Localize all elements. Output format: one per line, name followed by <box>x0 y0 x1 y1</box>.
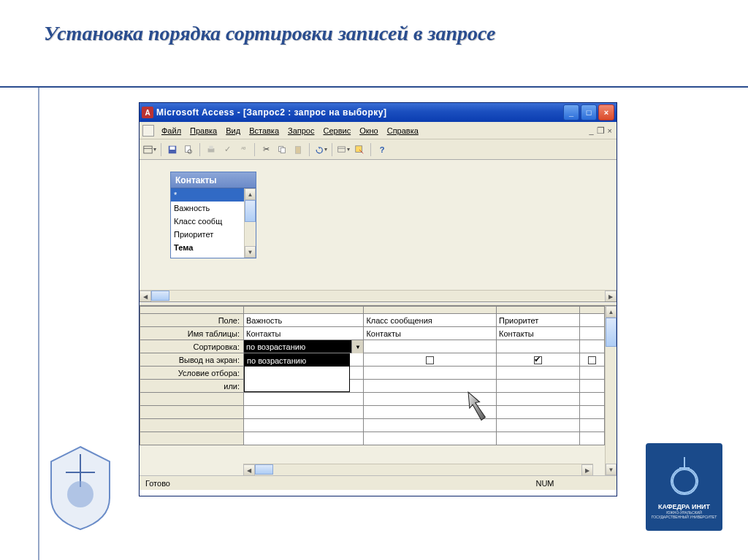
query-type-icon[interactable] <box>336 142 351 157</box>
dropdown-option[interactable]: по убыванию <box>245 367 349 379</box>
row-label-sort: Сортировка: <box>149 340 244 353</box>
grid-cell[interactable]: Важность <box>244 314 364 327</box>
scroll-up-icon[interactable]: ▲ <box>606 306 617 318</box>
grid-cell[interactable] <box>580 367 605 380</box>
sort-cell-active[interactable]: по возрастанию ▼ по возрастанию по убыва… <box>244 340 364 353</box>
grid-cell[interactable]: Класс сообщения <box>364 314 497 327</box>
print-icon[interactable] <box>204 142 218 157</box>
print-preview-icon[interactable] <box>181 142 196 157</box>
minimize-button[interactable]: _ <box>563 104 579 120</box>
row-label-or: или: <box>149 380 244 393</box>
scroll-right-icon[interactable]: ▶ <box>581 464 593 475</box>
field-list[interactable]: * Важность Класс сообщ Приоритет Тема ▲ … <box>171 188 256 258</box>
scroll-down-icon[interactable]: ▼ <box>606 464 617 475</box>
grid-cell[interactable] <box>580 380 605 393</box>
field-row[interactable]: * <box>171 188 256 202</box>
field-row[interactable]: Приоритет <box>171 228 256 241</box>
upper-hscroll[interactable]: ◀ ▶ <box>140 290 617 302</box>
paste-icon[interactable] <box>291 142 305 157</box>
status-numlock: NUM <box>523 479 567 488</box>
title-bar[interactable]: A Microsoft Access - [Запрос2 : запрос н… <box>140 103 617 122</box>
row-label-show: Вывод на экран: <box>149 353 244 367</box>
slide-divider <box>0 86 748 88</box>
menu-service[interactable]: Сервис <box>318 125 355 137</box>
dropdown-option[interactable]: (отсутствует) <box>245 379 349 391</box>
help-icon[interactable]: ? <box>375 142 389 157</box>
field-scrollbar[interactable]: ▲ ▼ <box>244 188 256 258</box>
grid-cell[interactable]: Приоритет <box>497 314 580 327</box>
sort-dropdown[interactable]: по возрастанию по убыванию (отсутствует) <box>244 353 350 392</box>
cut-icon[interactable]: ✂ <box>259 142 273 157</box>
grid-cell[interactable] <box>497 340 580 353</box>
view-button[interactable] <box>142 142 157 157</box>
scroll-thumb[interactable] <box>255 464 273 475</box>
child-minimize[interactable]: _ <box>589 126 593 135</box>
menu-view[interactable]: Вид <box>221 125 245 137</box>
field-row[interactable]: Тема <box>171 241 256 254</box>
scroll-up-icon[interactable]: ▲ <box>245 188 256 200</box>
scroll-right-icon[interactable]: ▶ <box>605 291 617 302</box>
grid-cell[interactable] <box>580 327 605 340</box>
grid-cell[interactable]: Контакты <box>364 327 497 340</box>
grid-cell[interactable] <box>580 353 605 367</box>
scroll-thumb[interactable] <box>151 291 169 301</box>
design-table-pane: Контакты * Важность Класс сообщ Приорите… <box>140 160 617 302</box>
menu-edit[interactable]: Правка <box>186 125 221 137</box>
menu-window[interactable]: Окно <box>355 125 383 137</box>
show-checkbox[interactable] <box>534 356 542 364</box>
field-row[interactable]: Класс сообщ <box>171 215 256 228</box>
child-close[interactable]: × <box>608 126 612 135</box>
menu-file[interactable]: Файл <box>157 125 186 137</box>
show-checkbox[interactable] <box>426 356 434 364</box>
dropdown-option[interactable]: по возрастанию <box>245 354 349 367</box>
table-header[interactable]: Контакты <box>171 172 256 188</box>
close-button[interactable]: × <box>598 104 614 120</box>
qbe-grid-pane: Поле: Важность Класс сообщения Приоритет… <box>140 306 617 475</box>
grid-cell[interactable] <box>497 380 580 393</box>
grid-cell[interactable] <box>497 353 580 367</box>
child-restore[interactable]: ❐ <box>597 126 605 136</box>
grid-cell[interactable] <box>364 353 497 367</box>
grid-cell[interactable]: Контакты <box>497 327 580 340</box>
window-title: Microsoft Access - [Запрос2 : запрос на … <box>156 107 386 118</box>
slide-vertical-line <box>38 86 39 560</box>
grid-cell[interactable] <box>580 314 605 327</box>
status-bar: Готово NUM <box>140 475 617 490</box>
grid-cell[interactable] <box>364 367 497 380</box>
slide-title: Установка порядка сортировки записей в з… <box>0 0 748 53</box>
undo-icon[interactable] <box>313 142 328 157</box>
menu-insert[interactable]: Вставка <box>245 125 283 137</box>
show-table-icon[interactable] <box>352 142 367 157</box>
scroll-down-icon[interactable]: ▼ <box>245 246 256 258</box>
show-checkbox[interactable] <box>588 356 596 364</box>
menu-help[interactable]: Справка <box>383 125 423 137</box>
toolbar: ✓ ᴬᴮ ✂ ? <box>140 139 617 160</box>
grid-cell[interactable]: Контакты <box>244 327 364 340</box>
control-menu-icon[interactable] <box>142 125 154 137</box>
grid-cell[interactable] <box>580 340 605 353</box>
scroll-left-icon[interactable]: ◀ <box>140 291 151 302</box>
scroll-thumb[interactable] <box>245 200 256 222</box>
table-contacts[interactable]: Контакты * Важность Класс сообщ Приорите… <box>170 172 256 258</box>
maximize-button[interactable]: □ <box>581 104 597 120</box>
dropdown-toggle-icon[interactable]: ▼ <box>351 340 363 353</box>
field-row[interactable]: Важность <box>171 202 256 215</box>
svg-rect-0 <box>144 146 152 153</box>
access-icon: A <box>142 107 153 118</box>
grid-cell[interactable] <box>364 340 497 353</box>
univ-name: ЮЖНО-УРАЛЬСКИЙ ГОСУДАРСТВЕННЫЙ УНИВЕРСИТ… <box>649 510 719 519</box>
scroll-thumb[interactable] <box>606 318 617 347</box>
save-icon[interactable] <box>165 142 180 157</box>
menu-query[interactable]: Запрос <box>283 125 318 137</box>
spell-icon[interactable]: ✓ <box>220 142 234 157</box>
qbe-grid[interactable]: Поле: Важность Класс сообщения Приоритет… <box>140 306 605 445</box>
access-window: A Microsoft Access - [Запрос2 : запрос н… <box>139 102 617 496</box>
grid-hscroll[interactable]: ◀ ▶ <box>243 464 593 475</box>
scroll-left-icon[interactable]: ◀ <box>243 464 255 475</box>
grid-vscroll[interactable]: ▲ ▼ <box>605 306 617 475</box>
grid-cell[interactable] <box>364 380 497 393</box>
grid-cell[interactable] <box>497 367 580 380</box>
copy-icon[interactable] <box>275 142 289 157</box>
svg-rect-11 <box>338 146 346 151</box>
abc-icon[interactable]: ᴬᴮ <box>236 142 251 157</box>
